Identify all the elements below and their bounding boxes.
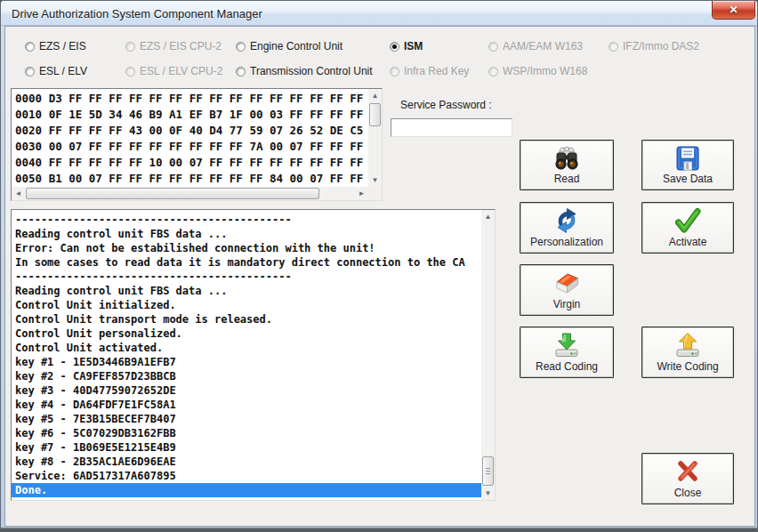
eraser-icon <box>551 269 583 297</box>
radio-circle-icon <box>236 42 246 52</box>
log-line: Control Unit transport mode is released. <box>12 312 481 326</box>
radio-circle-icon <box>488 67 498 77</box>
log-line: ----------------------------------------… <box>12 270 481 284</box>
radio-circle-icon <box>609 42 618 52</box>
dialog-body: EZS / EIS EZS / EIS CPU-2 Engine Control… <box>4 26 755 527</box>
virgin-button[interactable]: Virgin <box>520 264 614 316</box>
drive-download-icon <box>552 331 582 359</box>
log-line: Control Unit personalized. <box>12 326 481 341</box>
log-line: key #6 - 5C07029DB3162FBB <box>12 426 481 440</box>
radio-esl-elv[interactable]: ESL / ELV <box>25 65 87 77</box>
radio-transmission-control-unit[interactable]: Transmission Control Unit <box>236 65 373 77</box>
dialog-window: Drive Authorization System Component Man… <box>0 0 758 532</box>
log-line: key #7 - 1B069E5E1215E4B9 <box>12 440 481 455</box>
log-line: key #8 - 2B35AC1AE6D96EAE <box>12 455 481 469</box>
log-line-selected[interactable]: Done. <box>12 483 481 497</box>
service-password-label: Service Password : <box>400 99 492 111</box>
personalization-button[interactable]: Personalization <box>520 202 614 254</box>
log-line: key #1 - 1E5D3446B9A1EFB7 <box>12 355 481 369</box>
log-output[interactable]: ----------------------------------------… <box>11 209 496 501</box>
radio-ezs-eis-cpu2: EZS / EIS CPU-2 <box>125 40 222 52</box>
hex-vertical-scrollbar[interactable]: ▲ ▼ <box>368 89 382 187</box>
titlebar-close-button[interactable]: ✕ <box>712 1 755 20</box>
log-line: Control Unit activated. <box>12 341 481 355</box>
scroll-up-icon[interactable]: ▲ <box>368 89 382 102</box>
sync-arrows-icon <box>552 206 582 235</box>
radio-ism[interactable]: ISM <box>390 40 423 52</box>
read-button-label: Read <box>554 173 580 185</box>
close-button-label: Close <box>674 487 702 499</box>
log-line: ----------------------------------------… <box>12 213 481 227</box>
titlebar[interactable]: Drive Authorization System Component Man… <box>1 1 757 26</box>
virgin-button-label: Virgin <box>553 298 580 310</box>
radio-esl-elv-cpu2: ESL / ELV CPU-2 <box>125 65 222 77</box>
log-line: Error: Can not be estabilished connectio… <box>12 241 481 255</box>
hex-line: 0020 FF FF FF FF 43 00 0F 40 D4 77 59 07… <box>15 123 368 139</box>
hex-lines: 0000 D3 FF FF FF FF FF FF FF FF FF FF FF… <box>12 89 368 187</box>
radio-circle-icon <box>125 42 135 52</box>
radio-circle-icon <box>390 67 399 77</box>
log-content: ----------------------------------------… <box>12 210 481 500</box>
binoculars-icon <box>551 144 583 173</box>
log-line: In some cases to read data it is mandato… <box>12 255 481 270</box>
hex-dump-viewer[interactable]: 0000 D3 FF FF FF FF FF FF FF FF FF FF FF… <box>11 88 383 201</box>
radio-circle-icon <box>25 67 35 77</box>
save-data-button-label: Save Data <box>663 173 713 185</box>
hex-line: 0040 FF FF FF FF FF 10 00 07 FF FF FF FF… <box>15 155 368 171</box>
hex-line: 0000 D3 FF FF FF FF FF FF FF FF FF FF FF… <box>15 91 368 107</box>
log-line: Reading control unit FBS data ... <box>12 284 481 298</box>
close-icon: ✕ <box>729 4 738 15</box>
scroll-left-icon[interactable]: ◄ <box>12 187 25 200</box>
radio-circle-icon <box>390 42 399 52</box>
scrollbar-thumb[interactable] <box>369 103 381 126</box>
radio-ezs-eis[interactable]: EZS / EIS <box>25 40 86 52</box>
radio-circle-icon <box>25 42 35 52</box>
activate-button-label: Activate <box>669 236 707 248</box>
log-line: Control Unit initialized. <box>12 298 481 312</box>
activate-button[interactable]: Activate <box>641 202 734 254</box>
radio-engine-control-unit[interactable]: Engine Control Unit <box>236 40 343 52</box>
log-line: key #3 - 40D47759072652DE <box>12 383 481 398</box>
hex-line: 0010 0F 1E 5D 34 46 B9 A1 EF B7 1F 00 03… <box>15 107 368 123</box>
personalization-button-label: Personalization <box>530 236 603 248</box>
read-coding-button-label: Read Coding <box>536 360 598 373</box>
hex-line: 0050 B1 00 07 FF FF FF FF FF FF FF FF 84… <box>15 171 368 187</box>
read-button[interactable]: Read <box>520 140 614 190</box>
window-title: Drive Authorization System Component Man… <box>12 7 262 20</box>
log-line: key #4 - DA64FDF7E1FC58A1 <box>12 398 481 412</box>
hex-line: 0030 00 07 FF FF FF FF FF FF FF FF 7A 00… <box>15 139 368 155</box>
log-line: Reading control unit FBS data ... <box>12 227 481 241</box>
radio-aam-eam-w163: AAM/EAM W163 <box>488 40 583 52</box>
floppy-disk-icon <box>673 144 703 173</box>
write-coding-button[interactable]: Write Coding <box>641 326 734 378</box>
radio-circle-icon <box>488 42 498 52</box>
log-line: Service: 6AD517317A607895 <box>12 469 481 483</box>
write-coding-button-label: Write Coding <box>657 360 718 373</box>
log-lines: ----------------------------------------… <box>12 213 481 483</box>
scroll-down-icon[interactable]: ▼ <box>368 173 382 187</box>
scrollbar-corner <box>368 187 382 200</box>
service-password-input[interactable] <box>391 118 512 137</box>
scrollbar-thumb[interactable] <box>26 188 319 199</box>
log-line: key #5 - 7E3B15BECEF7B407 <box>12 412 481 426</box>
log-vertical-scrollbar[interactable]: ▲ ▼ <box>481 210 495 500</box>
scrollbar-thumb[interactable] <box>482 456 494 486</box>
radio-wsp-immo-w168: WSP/Immo W168 <box>488 65 587 77</box>
green-check-icon <box>673 206 703 235</box>
drive-upload-icon <box>673 331 703 359</box>
log-line: key #2 - CA9FEF857D23BBCB <box>12 369 481 383</box>
close-button[interactable]: Close <box>641 453 734 504</box>
radio-infra-red-key: Infra Red Key <box>390 65 469 77</box>
radio-circle-icon <box>125 67 135 77</box>
scroll-right-icon[interactable]: ► <box>355 187 368 200</box>
read-coding-button[interactable]: Read Coding <box>520 326 614 378</box>
save-data-button[interactable]: Save Data <box>641 140 734 190</box>
radio-ifz-immo-das2: IFZ/Immo DAS2 <box>609 40 699 52</box>
scroll-up-icon[interactable]: ▲ <box>481 210 495 223</box>
scroll-down-icon[interactable]: ▼ <box>481 487 495 500</box>
hex-horizontal-scrollbar[interactable]: ◄ ► <box>12 187 368 200</box>
red-x-icon <box>673 457 703 486</box>
radio-circle-icon <box>236 67 246 77</box>
